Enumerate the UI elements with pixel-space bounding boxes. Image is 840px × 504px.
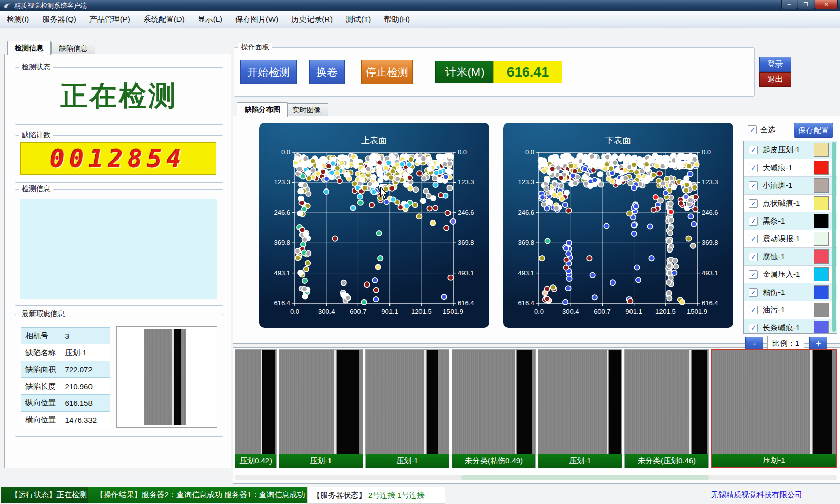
legend-checkbox[interactable]: ✓: [749, 253, 758, 261]
legend-checkbox[interactable]: ✓: [749, 199, 758, 208]
svg-text:616.4: 616.4: [274, 299, 290, 307]
thumbnail-black-band: [427, 350, 438, 454]
legend-scrollbar[interactable]: [832, 142, 836, 332]
legend-checkbox[interactable]: ✓: [749, 181, 758, 190]
menu-item[interactable]: 服务器(Q): [36, 11, 83, 28]
legend-color-swatch[interactable]: [814, 196, 829, 210]
legend-color-swatch[interactable]: [814, 249, 829, 264]
detect-status-group: 检测状态 正在检测: [15, 67, 223, 125]
thumbnail-white-line: [515, 350, 516, 454]
mouse-cursor: [378, 187, 389, 199]
legend-color-swatch[interactable]: [814, 232, 829, 246]
status-server-label: 【服务器状态】: [313, 491, 366, 500]
thumbnail-black-band: [337, 350, 359, 454]
legend-checkbox[interactable]: ✓: [749, 235, 758, 243]
legend-color-swatch[interactable]: [814, 143, 829, 157]
company-link[interactable]: 无锡精质视觉科技有限公司: [711, 490, 802, 500]
cell-value: 3: [61, 328, 110, 344]
legend-color-swatch[interactable]: [814, 178, 829, 193]
defect-thumbnail[interactable]: 未分类(粘伤0.49): [452, 349, 536, 468]
select-all-checkbox[interactable]: ✓: [748, 125, 757, 134]
thumbnail-label: 未分类(压划0.46): [625, 454, 708, 468]
menu-item[interactable]: 历史记录(R): [285, 11, 339, 28]
status-server: 【服务器状态】 2号连接 1号连接: [307, 487, 445, 504]
tab-live-image[interactable]: 实时图像: [285, 103, 328, 117]
select-all-row[interactable]: ✓ 全选: [748, 125, 775, 135]
legend-item[interactable]: ✓震动误报-1: [744, 230, 837, 248]
legend-item[interactable]: ✓大碱痕-1: [744, 159, 837, 177]
legend-label: 点状碱痕-1: [763, 199, 800, 208]
legend-item[interactable]: ✓起皮压划-1: [744, 141, 837, 159]
svg-text:246.6: 246.6: [518, 209, 534, 216]
menu-item[interactable]: 检测(I): [0, 11, 36, 28]
menu-item[interactable]: 产品管理(P): [83, 11, 137, 28]
svg-text:300.4: 300.4: [318, 308, 335, 316]
menu-item[interactable]: 系统配置(D): [137, 11, 191, 28]
minimize-button[interactable]: ─: [781, 0, 797, 9]
defect-black-band: [173, 329, 180, 425]
defect-thumbnail[interactable]: 压划-1: [538, 349, 622, 468]
thumbnail-black-band: [609, 350, 621, 454]
legend-checkbox[interactable]: ✓: [749, 270, 758, 279]
legend-item[interactable]: ✓黑条-1: [744, 212, 837, 230]
svg-text:1201.5: 1201.5: [655, 308, 676, 316]
svg-text:616.4: 616.4: [702, 299, 718, 307]
login-button[interactable]: 登录: [759, 57, 791, 72]
change-roll-button[interactable]: 换卷: [309, 60, 345, 84]
svg-text:246.6: 246.6: [274, 209, 290, 216]
defect-thumbnail[interactable]: 压划-1: [365, 349, 449, 468]
legend-color-swatch[interactable]: [814, 267, 829, 281]
defect-thumbnail[interactable]: 压划-1: [711, 349, 837, 468]
legend-color-swatch[interactable]: [814, 161, 829, 175]
restore-button[interactable]: ❐: [798, 0, 814, 9]
menu-item[interactable]: 帮助(H): [377, 11, 416, 28]
logout-button[interactable]: 退出: [759, 72, 791, 87]
legend-color-swatch[interactable]: [814, 285, 829, 299]
stop-detect-button[interactable]: 停止检测: [361, 60, 413, 84]
legend-checkbox[interactable]: ✓: [749, 146, 758, 154]
table-row: 缺陷长度210.960: [21, 378, 110, 395]
window-title: 精质视觉检测系统客户端: [14, 1, 87, 10]
defect-thumbnail[interactable]: 压划0.42): [235, 349, 277, 468]
thumbnail-scroll-thumb[interactable]: [461, 475, 709, 480]
tab-defect-info[interactable]: 缺陷信息: [51, 42, 95, 55]
defect-thumbnail[interactable]: 未分类(压划0.46): [624, 349, 709, 468]
legend-item[interactable]: ✓小油斑-1: [744, 177, 837, 195]
defect-thumbnail[interactable]: 压划-1: [279, 349, 363, 468]
legend-item[interactable]: ✓长条碱痕-1: [744, 319, 837, 334]
legend-item[interactable]: ✓腐蚀-1: [744, 248, 837, 266]
menu-item[interactable]: 测试(T): [339, 11, 377, 28]
svg-text:901.1: 901.1: [625, 308, 642, 316]
thumbnail-white-line: [689, 350, 691, 454]
save-config-button[interactable]: 保存配置: [794, 123, 833, 138]
table-row: 缺陷名称压划-1: [21, 344, 110, 361]
tab-defect-map[interactable]: 缺陷分布图: [237, 102, 288, 117]
legend-item[interactable]: ✓粘伤-1: [744, 284, 837, 301]
svg-text:616.4: 616.4: [458, 299, 474, 307]
menu-item[interactable]: 显示(L): [191, 11, 229, 28]
tab-detect-info[interactable]: 检测信息: [7, 41, 51, 55]
menu-item[interactable]: 保存图片(W): [229, 11, 285, 28]
legend-item[interactable]: ✓油污-1: [744, 301, 837, 319]
legend-checkbox[interactable]: ✓: [749, 324, 758, 332]
legend-color-swatch[interactable]: [814, 303, 829, 317]
svg-text:246.6: 246.6: [702, 209, 718, 216]
legend-checkbox[interactable]: ✓: [749, 288, 758, 297]
menu-bar: 检测(I)服务器(Q)产品管理(P)系统配置(D)显示(L)保存图片(W)历史记…: [0, 11, 840, 28]
legend-checkbox[interactable]: ✓: [749, 164, 758, 172]
legend-item[interactable]: ✓金属压入-1: [744, 266, 837, 284]
legend-color-swatch[interactable]: [814, 214, 829, 228]
meter-label: 计米(M): [435, 61, 494, 83]
thumbnail-image: [235, 350, 276, 454]
legend-color-swatch[interactable]: [814, 321, 829, 334]
thumbnail-label: 压划0.42): [235, 454, 276, 468]
legend-checkbox[interactable]: ✓: [749, 217, 758, 226]
start-detect-button[interactable]: 开始检测: [240, 60, 297, 84]
cell-label: 相机号: [21, 328, 61, 344]
thumbnail-scroll-track[interactable]: [235, 475, 837, 480]
table-row: 纵向位置616.158: [21, 395, 110, 412]
close-button[interactable]: ✕: [815, 0, 838, 9]
thumbnail-black-band: [813, 350, 832, 454]
legend-checkbox[interactable]: ✓: [749, 306, 758, 314]
legend-item[interactable]: ✓点状碱痕-1: [744, 195, 837, 212]
